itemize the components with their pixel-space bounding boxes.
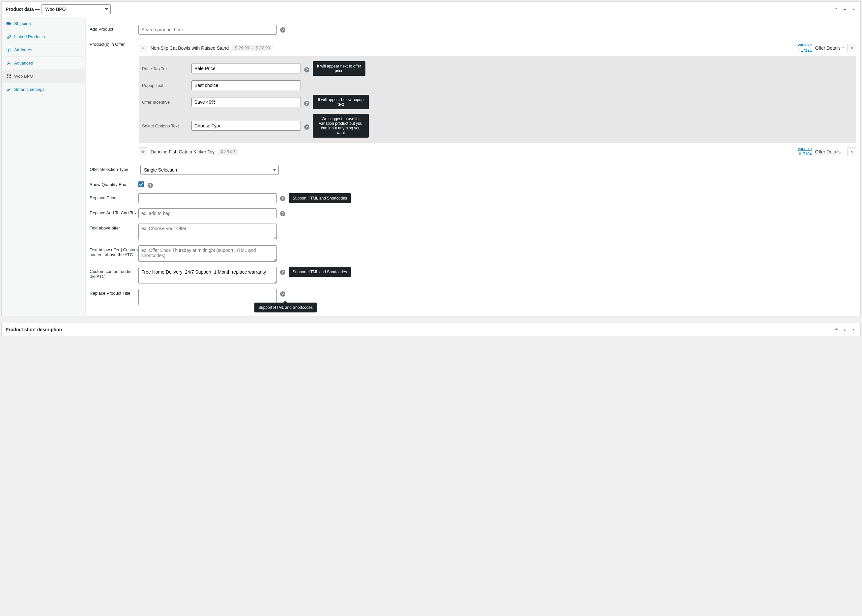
sidebar-item-advanced[interactable]: Advanced <box>2 57 85 70</box>
move-down-icon[interactable] <box>842 327 848 333</box>
gear-icon <box>6 61 11 66</box>
svg-rect-9 <box>9 74 11 75</box>
sidebar-item-label: Attributes <box>14 47 32 52</box>
field-text-below-offer: Text below offer | Custom content above … <box>90 243 856 264</box>
sidebar-item-label: Shipping <box>14 21 31 26</box>
popup-text-input[interactable] <box>191 80 301 90</box>
move-down-icon[interactable] <box>842 6 848 12</box>
label-products-in-offer: Product(s) in Offer <box>90 40 139 160</box>
field-add-product: Add Product ? <box>90 22 856 37</box>
offer-details-panel: Price Tag Text ? It will appear next to … <box>139 56 856 143</box>
svg-rect-0 <box>6 22 9 25</box>
tooltip-replace-title: Support HTML and Shortcodes <box>254 303 317 313</box>
svg-point-7 <box>8 63 9 64</box>
label-price-tag: Price Tag Text <box>142 66 188 71</box>
label-show-quantity: Show Quantity Box <box>90 180 139 188</box>
field-show-quantity-box: Show Quantity Box ? <box>90 178 856 191</box>
sidebar-item-smartic-settings[interactable]: Smartic settings <box>2 83 85 96</box>
offer-price: $ 26.99 — $ 32.99 <box>232 45 273 51</box>
show-quantity-checkbox[interactable] <box>139 181 144 187</box>
replace-atc-input[interactable] <box>139 208 277 218</box>
offer-price: $ 26.99 <box>218 148 237 155</box>
panel-title: Product data — <box>6 6 39 12</box>
field-replace-atc-text: Replace Add To Cart Text ? <box>90 206 856 221</box>
main-content: Add Product ? Product(s) in Offer Non-Sl… <box>86 17 860 316</box>
offer-header: Dancing Fish Catnip Kicker Toy $ 26.99 v… <box>139 144 856 159</box>
drag-handle-icon[interactable] <box>139 148 147 156</box>
label-replace-price: Replace Price <box>90 193 139 203</box>
offer-details-toggle[interactable]: Offer Details ↑ <box>815 46 844 51</box>
remove-offer-button[interactable]: × <box>848 148 856 156</box>
sidebar-item-label: Smartic settings <box>14 87 44 92</box>
panel-body: Shipping Linked Products Attributes Adva… <box>2 17 860 316</box>
product-type-select[interactable]: Woo BPO <box>41 4 111 14</box>
select-options-input[interactable] <box>191 121 301 131</box>
label-offer-selection-type: Offer Selection Type <box>90 165 139 175</box>
help-icon[interactable]: ? <box>304 101 309 106</box>
wrench-icon <box>6 87 11 92</box>
label-offer-incentive: Offer Incentive <box>142 100 188 105</box>
collapse-icon[interactable] <box>851 327 856 333</box>
svg-point-2 <box>7 24 8 25</box>
tooltip-replace-price: Support HTML and Shortcodes <box>288 193 351 203</box>
help-icon[interactable]: ? <box>280 270 285 275</box>
help-icon[interactable]: ? <box>280 27 285 33</box>
offer-variable-link[interactable]: variable#17121 <box>798 43 812 53</box>
price-tag-input[interactable] <box>191 64 301 74</box>
offer-details-toggle[interactable]: Offer Details ↓ <box>815 149 844 154</box>
sidebar-item-shipping[interactable]: Shipping <box>2 17 85 30</box>
sidebar-item-attributes[interactable]: Attributes <box>2 44 85 57</box>
help-icon[interactable]: ? <box>280 291 285 297</box>
tooltip-offer-incentive: It will appear below popup text <box>313 95 369 109</box>
collapse-icon[interactable] <box>851 6 856 12</box>
label-replace-atc: Replace Add To Cart Text <box>90 208 139 218</box>
short-desc-header-controls <box>833 327 856 333</box>
remove-offer-button[interactable]: × <box>848 44 856 52</box>
grid-icon <box>6 74 11 79</box>
offer-selection-select[interactable]: Single Selection <box>140 165 279 175</box>
drag-handle-icon[interactable] <box>139 44 147 52</box>
field-products-in-offer: Product(s) in Offer Non-Slip Cat Bowls w… <box>90 37 856 162</box>
text-above-textarea[interactable] <box>139 223 277 240</box>
offer-selection-select-wrap[interactable]: Single Selection <box>140 165 279 175</box>
help-icon[interactable]: ? <box>304 67 309 72</box>
offer-variable-link[interactable]: variable#17104 <box>798 146 812 157</box>
sidebar-item-label: Advanced <box>14 61 33 66</box>
offer-item-1: Non-Slip Cat Bowls with Raised Stand $ 2… <box>139 40 856 143</box>
product-data-panel: Product data — Woo BPO Shi <box>1 1 861 316</box>
tooltip-select-options: We suggest to use for variation product … <box>313 114 369 138</box>
move-up-icon[interactable] <box>833 327 839 333</box>
text-below-textarea[interactable] <box>139 245 277 262</box>
truck-icon <box>6 22 11 26</box>
offers-container: Non-Slip Cat Bowls with Raised Stand $ 2… <box>139 40 856 160</box>
move-up-icon[interactable] <box>833 6 839 12</box>
product-type-select-wrap[interactable]: Woo BPO <box>41 4 111 14</box>
custom-under-atc-textarea[interactable]: Free Home Delivery 24/7 Support 1 Month … <box>139 267 277 283</box>
panel-header: Product data — Woo BPO <box>2 2 860 17</box>
detail-popup-text: Popup Text <box>142 78 853 93</box>
label-popup-text: Popup Text <box>142 83 188 88</box>
short-desc-title: Product short description <box>6 327 62 332</box>
offer-title: Non-Slip Cat Bowls with Raised Stand <box>151 46 229 51</box>
sidebar-item-woo-bpo[interactable]: Woo BPO <box>2 70 85 83</box>
sidebar-item-label: Linked Products <box>14 34 45 39</box>
offer-incentive-input[interactable] <box>191 97 301 107</box>
svg-rect-8 <box>7 74 8 75</box>
panel-header-controls <box>833 6 856 12</box>
detail-price-tag: Price Tag Text ? It will appear next to … <box>142 59 853 78</box>
help-icon[interactable]: ? <box>280 196 285 201</box>
tooltip-custom-under-atc: Support HTML and Shortcodes <box>288 267 351 277</box>
svg-rect-10 <box>7 77 8 78</box>
label-add-product: Add Product <box>90 25 139 35</box>
help-icon[interactable]: ? <box>280 211 285 216</box>
search-product-input[interactable] <box>139 25 277 35</box>
layout-icon <box>6 48 11 52</box>
help-icon[interactable]: ? <box>304 124 309 130</box>
sidebar: Shipping Linked Products Attributes Adva… <box>2 17 86 316</box>
replace-price-input[interactable] <box>139 193 277 203</box>
field-text-above-offer: Text above offer <box>90 221 856 243</box>
field-replace-product-title: Replace Product Title ? Support HTML and… <box>90 286 856 308</box>
label-select-options: Select Options Text <box>142 123 188 129</box>
help-icon[interactable]: ? <box>148 183 153 188</box>
sidebar-item-linked-products[interactable]: Linked Products <box>2 30 85 44</box>
